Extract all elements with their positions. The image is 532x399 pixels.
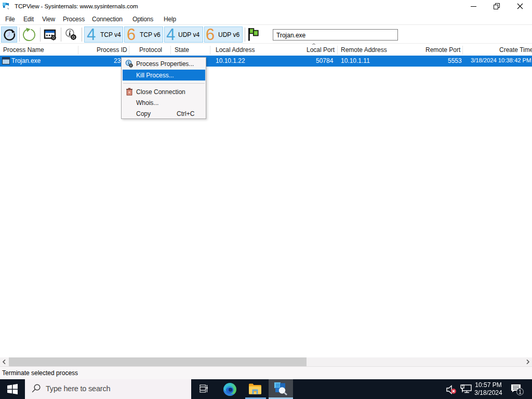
svg-text:1: 1 <box>518 389 522 395</box>
